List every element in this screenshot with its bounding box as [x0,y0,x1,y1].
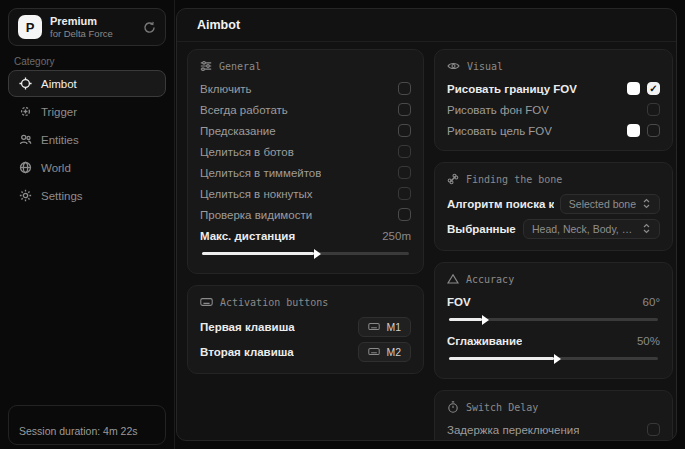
visual-row: Рисовать границу FOV ✓ [447,78,660,99]
sidebar-item-aimbot[interactable]: Aimbot [8,70,166,97]
chevron-up-down-icon [642,223,651,234]
column-left: General Включить Всегда работать Предска… [187,49,424,385]
keybind-label: Первая клавиша [200,321,295,333]
slider-label: Сглаживание [447,335,522,347]
keybind-row: Первая клавиша M1 [200,314,411,339]
sidebar-item-label: World [41,162,71,174]
panel-activation-buttons: Activation buttons Первая клавиша M1 [187,285,424,374]
visual-row: Рисовать цель FOV [447,120,660,141]
checkbox-enable[interactable] [398,82,411,95]
toggle-label: Всегда работать [200,104,288,116]
toggle-label: Целиться в ботов [200,146,294,158]
brand-title: Premium [50,15,113,28]
checkbox-always-work[interactable] [398,103,411,116]
bone-icon [447,173,459,185]
toggle-row: Проверка видимости [200,204,411,225]
checkbox-draw-fov-background[interactable] [647,103,660,116]
keybind-row: Вторая клавиша M2 [200,339,411,364]
panel-visual-title: Visual [447,60,660,72]
checkbox-prediction[interactable] [398,124,411,137]
panel-activation-title: Activation buttons [200,296,411,308]
content: General Включить Всегда работать Предска… [177,42,676,441]
slider-row: Макс. дистанция 250m [200,225,411,246]
panel-switch-delay-title: Switch Delay [447,401,660,413]
sidebar-item-label: Settings [41,190,83,202]
selected-bones-select[interactable]: Head, Neck, Body, Pe.. [523,219,660,239]
sidebar: P Premium for Delta Force Category Aimbo… [0,0,175,449]
toggle-row: Целиться в нокнутых [200,183,411,204]
panel-switch-delay: Switch Delay Задержка переключения Задер… [434,390,673,441]
sidebar-item-label: Aimbot [41,78,77,90]
panel-finding-bone-title: Finding the bone [447,173,660,185]
bone-algorithm-select[interactable]: Selected bone [560,194,660,214]
visual-label: Рисовать фон FOV [447,104,549,116]
slider-row: FOV 60° [447,291,660,312]
brand-card: P Premium for Delta Force [8,8,166,46]
keyboard-icon [200,296,213,308]
sidebar-item-entities[interactable]: Entities [8,126,166,153]
session-duration-card: Session duration: 4m 22s [8,405,166,445]
slider-value: 250m [382,230,411,242]
toggle-row: Включить [200,78,411,99]
checkbox-target-bots[interactable] [398,145,411,158]
slider-label: Макс. дистанция [200,230,295,242]
smoothing-slider[interactable] [449,357,658,360]
sidebar-item-world[interactable]: World [8,154,166,181]
checkbox-target-teammates[interactable] [398,166,411,179]
dropdown-label: Алгоритм поиска костей [447,198,554,210]
toggle-label: Целиться в нокнутых [200,188,313,200]
column-right: Visual Рисовать границу FOV ✓ Рисовать ф… [434,49,673,441]
keybind-label: Вторая клавиша [200,346,294,358]
dropdown-label: Выбранные кости [447,223,517,235]
sidebar-item-settings[interactable]: Settings [8,182,166,209]
slider-thumb[interactable] [482,315,489,325]
keybind-button-secondary[interactable]: M2 [358,342,411,362]
sliders-icon [200,60,212,72]
dropdown-row: Выбранные кости Head, Neck, Body, Pe.. [447,216,660,241]
toggle-label: Задержка переключения [447,424,579,436]
toggle-label: Проверка видимости [200,209,312,221]
slider-thumb[interactable] [554,354,561,364]
toggle-label: Целиться в тиммейтов [200,167,321,179]
toggle-row: Предсказание [200,120,411,141]
session-duration-label: Session duration: 4m 22s [19,425,137,437]
keyboard-icon [368,346,380,357]
checkbox-draw-fov-border[interactable]: ✓ [647,82,660,95]
visual-label: Рисовать цель FOV [447,125,552,137]
color-swatch-fov-border[interactable] [627,82,640,95]
panel-finding-bone: Finding the bone Алгоритм поиска костей … [434,162,673,251]
panel-accuracy-title: Accuracy [447,273,660,285]
brand-text: Premium for Delta Force [50,15,113,40]
checkbox-visibility-check[interactable] [398,208,411,221]
checkbox-switch-delay[interactable] [647,423,660,436]
globe-icon [19,161,32,174]
max-distance-slider[interactable] [202,252,409,255]
panel-general: General Включить Всегда работать Предска… [187,49,424,274]
toggle-row: Целиться в ботов [200,141,411,162]
sync-icon[interactable] [143,21,156,34]
keyboard-icon [368,321,380,332]
sidebar-nav: Aimbot Trigger Entities [8,70,166,210]
brand-subtitle: for Delta Force [50,28,113,40]
page-title: Aimbot [197,18,240,32]
panel-general-title: General [200,60,411,72]
stopwatch-icon [447,401,459,413]
sidebar-item-trigger[interactable]: Trigger [8,98,166,125]
main-header: Aimbot [177,9,676,42]
toggle-row: Целиться в тиммейтов [200,162,411,183]
checkbox-draw-fov-target[interactable] [647,124,660,137]
panel-visual: Visual Рисовать границу FOV ✓ Рисовать ф… [434,49,673,151]
sidebar-item-label: Trigger [41,106,77,118]
entities-icon [19,133,32,146]
triangle-icon [447,273,459,285]
visual-row: Рисовать фон FOV [447,99,660,120]
color-swatch-fov-target[interactable] [627,124,640,137]
chevron-up-down-icon [642,198,651,209]
checkbox-target-knocked[interactable] [398,187,411,200]
category-label: Category [14,56,55,67]
keybind-button-primary[interactable]: M1 [358,317,411,337]
toggle-label: Включить [200,83,252,95]
slider-thumb[interactable] [314,249,321,259]
sidebar-item-label: Entities [41,134,79,146]
fov-slider[interactable] [449,318,658,321]
